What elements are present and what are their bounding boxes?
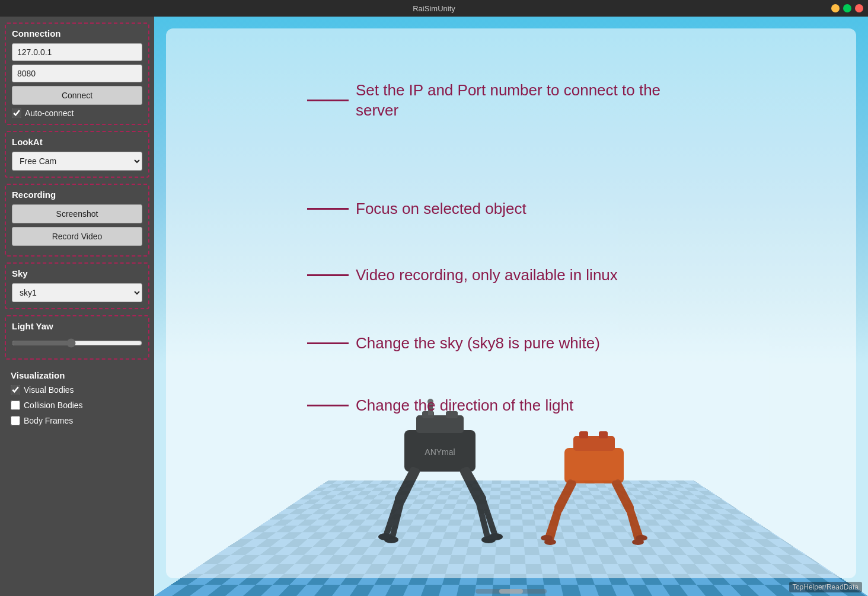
lookat-section: LookAt Free Cam Object 1 Object 2	[5, 131, 149, 178]
scrollbar-thumb[interactable]	[499, 589, 523, 594]
annotation-recording: Video recording, only available in linux	[307, 265, 618, 286]
annotation-text-5: Change the direction of the light	[356, 396, 573, 416]
sky-dropdown[interactable]: sky1 sky2 sky3 sky4 sky5 sky6 sky7 sky8	[12, 283, 142, 302]
collision-bodies-checkbox[interactable]	[11, 400, 20, 410]
body-frames-checkbox[interactable]	[11, 416, 20, 425]
auto-connect-label: Auto-connect	[25, 108, 74, 118]
visual-bodies-row: Visual Bodies	[11, 385, 143, 395]
annotation-text-4: Change the sky (sky8 is pure white)	[356, 334, 600, 354]
svg-point-12	[378, 533, 392, 540]
svg-rect-22	[599, 431, 608, 438]
svg-point-31	[541, 535, 553, 541]
annotation-line-2	[307, 208, 349, 210]
light-yaw-slider-container	[12, 336, 142, 353]
auto-connect-row: Auto-connect	[12, 108, 142, 118]
annotation-text-3: Video recording, only available in linux	[356, 265, 618, 286]
viewport-area: ANYmal	[154, 17, 868, 596]
collision-bodies-row: Collision Bodies	[11, 400, 143, 410]
main-layout: Connection Connect Auto-connect LookAt F…	[0, 17, 868, 596]
annotation-sky: Change the sky (sky8 is pure white)	[307, 334, 600, 354]
annotation-lookat: Focus on selected object	[307, 199, 526, 219]
auto-connect-checkbox[interactable]	[12, 108, 21, 118]
robots-area: ANYmal	[213, 323, 809, 549]
maximize-button[interactable]	[843, 4, 851, 12]
ip-input[interactable]	[12, 43, 142, 61]
connect-button[interactable]: Connect	[12, 86, 142, 105]
body-frames-row: Body Frames	[11, 416, 143, 425]
light-yaw-section: Light Yaw	[5, 315, 149, 360]
screenshot-button[interactable]: Screenshot	[12, 204, 142, 223]
annotation-line-1	[307, 100, 349, 101]
visual-bodies-checkbox[interactable]	[11, 385, 20, 395]
light-yaw-label: Light Yaw	[12, 321, 142, 331]
annotation-line-4	[307, 342, 349, 344]
visual-bodies-label: Visual Bodies	[24, 385, 74, 395]
annotation-ip-port: Set the IP and Port number to connect to…	[307, 81, 664, 121]
body-frames-label: Body Frames	[24, 416, 73, 425]
window-controls	[831, 4, 863, 12]
recording-label: Recording	[12, 190, 142, 200]
close-button[interactable]	[855, 4, 863, 12]
collision-bodies-label: Collision Bodies	[24, 400, 83, 410]
visualization-label: Visualization	[11, 370, 143, 380]
lookat-dropdown[interactable]: Free Cam Object 1 Object 2	[12, 152, 142, 171]
connection-label: Connection	[12, 28, 142, 39]
svg-point-34	[636, 535, 647, 541]
svg-text:ANYmal: ANYmal	[425, 447, 455, 457]
annotation-text-1: Set the IP and Port number to connect to…	[356, 81, 664, 121]
annotation-line-3	[307, 274, 349, 276]
annotation-line-5	[307, 405, 349, 406]
visualization-section: Visualization Visual Bodies Collision Bo…	[5, 366, 149, 430]
port-input[interactable]	[12, 65, 142, 82]
horizontal-scrollbar[interactable]	[476, 589, 547, 594]
sky-label: Sky	[12, 268, 142, 278]
lookat-label: LookAt	[12, 137, 142, 147]
svg-rect-21	[579, 431, 588, 438]
robot-orange	[535, 406, 653, 549]
sidebar: Connection Connect Auto-connect LookAt F…	[0, 17, 154, 596]
minimize-button[interactable]	[831, 4, 840, 12]
svg-rect-19	[564, 448, 624, 483]
app-title: RaiSimUnity	[413, 4, 455, 13]
light-yaw-slider[interactable]	[12, 338, 142, 348]
recording-section: Recording Screenshot Record Video	[5, 184, 149, 257]
title-bar: RaiSimUnity	[0, 0, 868, 17]
svg-rect-20	[573, 436, 615, 451]
sky-section: Sky sky1 sky2 sky3 sky4 sky5 sky6 sky7 s…	[5, 262, 149, 309]
record-video-button[interactable]: Record Video	[12, 227, 142, 246]
svg-point-15	[489, 533, 503, 540]
status-bar: TcpHelper/ReadData	[789, 582, 862, 592]
connection-section: Connection Connect Auto-connect	[5, 23, 149, 125]
annotation-text-2: Focus on selected object	[356, 199, 526, 219]
annotation-light: Change the direction of the light	[307, 396, 573, 416]
